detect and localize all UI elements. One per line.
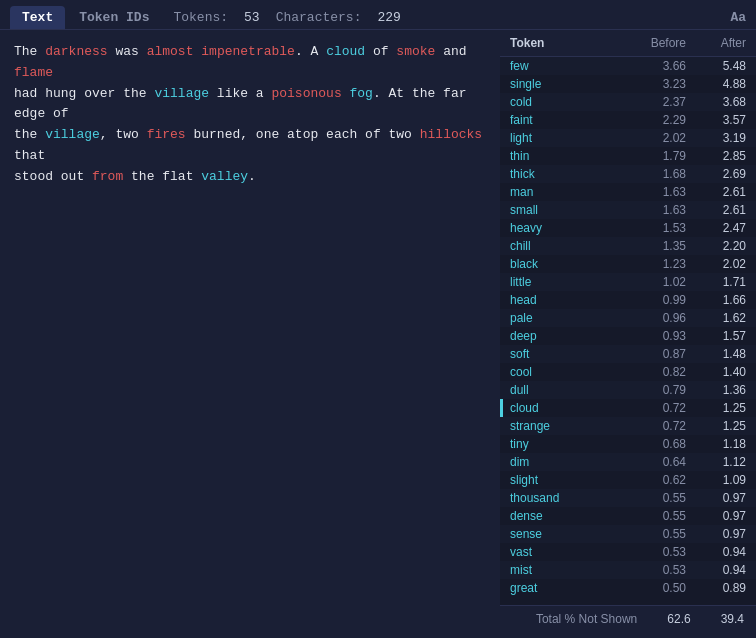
token-name: dull	[510, 383, 626, 397]
token-before: 0.68	[626, 437, 686, 451]
table-row[interactable]: thousand0.550.97	[500, 489, 756, 507]
token-after: 1.62	[686, 311, 746, 325]
token-before: 0.55	[626, 491, 686, 505]
characters-value: 229	[377, 10, 400, 25]
token-name: sense	[510, 527, 626, 541]
token-before: 0.72	[626, 419, 686, 433]
tab-token-ids[interactable]: Token IDs	[67, 6, 161, 29]
table-row[interactable]: tiny0.681.18	[500, 435, 756, 453]
table-row[interactable]: dim0.641.12	[500, 453, 756, 471]
aa-button[interactable]: Aa	[730, 10, 746, 25]
text-paragraph: The darkness was almost impenetrable. A …	[14, 42, 486, 188]
token-before: 0.55	[626, 509, 686, 523]
token-name: thousand	[510, 491, 626, 505]
col-after-header: After	[686, 36, 746, 50]
table-row[interactable]: small1.632.61	[500, 201, 756, 219]
footer-before-value: 62.6	[667, 612, 690, 626]
table-row[interactable]: cold2.373.68	[500, 93, 756, 111]
token-after: 0.97	[686, 509, 746, 523]
table-row[interactable]: soft0.871.48	[500, 345, 756, 363]
tokens-value: 53	[244, 10, 260, 25]
header-stats: Tokens: 53 Characters: 229	[173, 10, 400, 25]
token-list[interactable]: few3.665.48single3.234.88cold2.373.68fai…	[500, 57, 756, 605]
table-row[interactable]: cloud0.721.25	[500, 399, 756, 417]
token-before: 2.29	[626, 113, 686, 127]
table-row[interactable]: vast0.530.94	[500, 543, 756, 561]
table-row[interactable]: slight0.621.09	[500, 471, 756, 489]
token-name: thick	[510, 167, 626, 181]
token-after: 1.66	[686, 293, 746, 307]
footer: Total % Not Shown 62.6 39.4	[500, 605, 756, 632]
token-before: 0.64	[626, 455, 686, 469]
col-token-header: Token	[510, 36, 626, 50]
token-name: small	[510, 203, 626, 217]
token-after: 1.71	[686, 275, 746, 289]
token-name: pale	[510, 311, 626, 325]
token-before: 1.23	[626, 257, 686, 271]
table-row[interactable]: black1.232.02	[500, 255, 756, 273]
table-row[interactable]: few3.665.48	[500, 57, 756, 75]
token-after: 0.94	[686, 563, 746, 577]
token-after: 3.19	[686, 131, 746, 145]
token-before: 1.53	[626, 221, 686, 235]
token-name: soft	[510, 347, 626, 361]
table-row[interactable]: deep0.931.57	[500, 327, 756, 345]
token-name: head	[510, 293, 626, 307]
text-panel: The darkness was almost impenetrable. A …	[0, 30, 500, 632]
table-row[interactable]: great0.500.89	[500, 579, 756, 597]
token-before: 0.55	[626, 527, 686, 541]
token-before: 0.93	[626, 329, 686, 343]
token-after: 3.57	[686, 113, 746, 127]
token-before: 0.79	[626, 383, 686, 397]
token-before: 0.82	[626, 365, 686, 379]
token-after: 1.18	[686, 437, 746, 451]
token-after: 2.02	[686, 257, 746, 271]
token-before: 3.23	[626, 77, 686, 91]
table-row[interactable]: pale0.961.62	[500, 309, 756, 327]
table-row[interactable]: mist0.530.94	[500, 561, 756, 579]
table-row[interactable]: head0.991.66	[500, 291, 756, 309]
table-row[interactable]: chill1.352.20	[500, 237, 756, 255]
tokens-label: Tokens:	[173, 10, 228, 25]
table-row[interactable]: light2.023.19	[500, 129, 756, 147]
token-before: 1.68	[626, 167, 686, 181]
token-after: 3.68	[686, 95, 746, 109]
token-name: cloud	[510, 401, 626, 415]
token-name: mist	[510, 563, 626, 577]
token-after: 0.94	[686, 545, 746, 559]
token-before: 2.02	[626, 131, 686, 145]
token-after: 2.47	[686, 221, 746, 235]
table-row[interactable]: sense0.550.97	[500, 525, 756, 543]
token-name: light	[510, 131, 626, 145]
table-row[interactable]: dull0.791.36	[500, 381, 756, 399]
col-before-header: Before	[626, 36, 686, 50]
token-name: strange	[510, 419, 626, 433]
table-row[interactable]: man1.632.61	[500, 183, 756, 201]
table-row[interactable]: cool0.821.40	[500, 363, 756, 381]
token-name: deep	[510, 329, 626, 343]
token-name: dense	[510, 509, 626, 523]
token-before: 0.87	[626, 347, 686, 361]
token-after: 2.69	[686, 167, 746, 181]
token-name: dim	[510, 455, 626, 469]
header-tabs: Text Token IDs Tokens: 53 Characters: 22…	[0, 0, 756, 30]
token-name: slight	[510, 473, 626, 487]
table-row[interactable]: thick1.682.69	[500, 165, 756, 183]
token-before: 1.63	[626, 203, 686, 217]
table-row[interactable]: thin1.792.85	[500, 147, 756, 165]
table-row[interactable]: single3.234.88	[500, 75, 756, 93]
table-row[interactable]: dense0.550.97	[500, 507, 756, 525]
table-row[interactable]: faint2.293.57	[500, 111, 756, 129]
tab-text[interactable]: Text	[10, 6, 65, 29]
token-before: 0.99	[626, 293, 686, 307]
table-row[interactable]: little1.021.71	[500, 273, 756, 291]
token-name: faint	[510, 113, 626, 127]
token-after: 0.97	[686, 491, 746, 505]
main-content: The darkness was almost impenetrable. A …	[0, 30, 756, 632]
token-name: heavy	[510, 221, 626, 235]
token-before: 1.63	[626, 185, 686, 199]
footer-total-label: Total % Not Shown	[536, 612, 637, 626]
token-after: 1.25	[686, 401, 746, 415]
table-row[interactable]: strange0.721.25	[500, 417, 756, 435]
table-row[interactable]: heavy1.532.47	[500, 219, 756, 237]
